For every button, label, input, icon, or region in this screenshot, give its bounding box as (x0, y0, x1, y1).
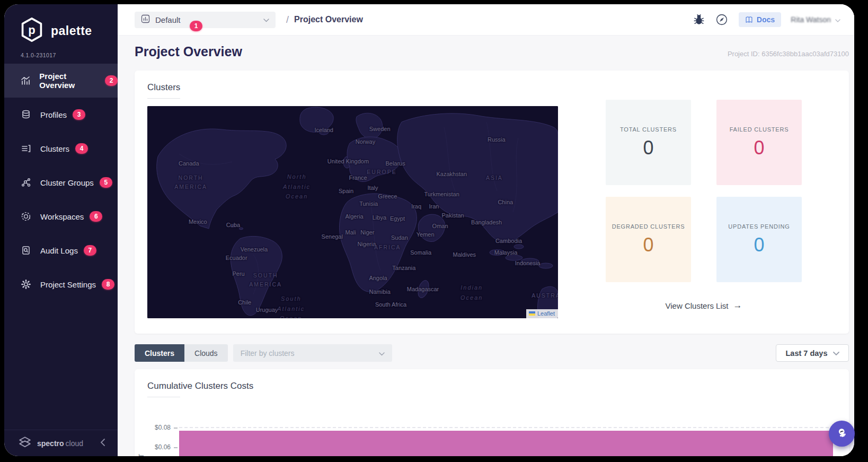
y-axis-title: COST (138, 454, 145, 456)
costs-card-title: Cumulative Clusters Costs (147, 381, 836, 391)
mini-chart-icon (141, 14, 150, 25)
tab-clusters[interactable]: Clusters (135, 344, 184, 362)
sidebar-item-audit-logs[interactable]: Audit Logs 7 (4, 233, 118, 267)
view-clusters-list-link[interactable]: View Clusters List → (666, 300, 742, 311)
chevron-down-icon (263, 15, 269, 24)
annotation-badge: 5 (100, 177, 112, 188)
annotation-badge: 2 (105, 75, 118, 86)
sidebar-item-project-overview[interactable]: Project Overview 2 (4, 64, 118, 98)
date-range-dropdown[interactable]: Last 7 days (776, 344, 849, 362)
clusters-card: Clusters (135, 71, 849, 334)
annotation-badge: 3 (73, 109, 85, 120)
leaflet-attribution[interactable]: Leaflet (526, 309, 558, 318)
stat-label: UPDATES PENDING (723, 223, 795, 230)
topbar-actions: Docs Rita Watson (683, 12, 854, 27)
page-content: Project Overview Project ID: 6356fc38bb1… (118, 36, 854, 456)
chevron-down-icon (379, 349, 385, 358)
stat-card: DEGRADED CLUSTERS 0 (606, 197, 691, 282)
sidebar-item-label: Cluster Groups (40, 178, 94, 187)
tab-clouds[interactable]: Clouds (184, 344, 228, 362)
logo-row: p palette (4, 4, 118, 45)
compass-icon[interactable] (715, 13, 728, 26)
sidebar-item-label: Clusters (40, 144, 69, 153)
stat-card: TOTAL CLUSTERS 0 (606, 100, 691, 185)
docs-button[interactable]: Docs (739, 12, 781, 27)
svg-text:p: p (28, 23, 35, 37)
palette-logo-icon: p (20, 17, 43, 45)
tab-label: Clouds (194, 349, 218, 358)
spectro-cloud-logo-icon (18, 435, 32, 451)
server-list-icon (20, 143, 32, 154)
sidebar-item-label: Project Settings (40, 280, 96, 289)
costs-card: Cumulative Clusters Costs $0.08 $0.06 CO… (135, 369, 849, 456)
project-id: Project ID: 6356fc38bb1aac03afd73100 (728, 50, 849, 58)
app-name: palette (51, 24, 92, 38)
network-nodes-icon (20, 177, 32, 188)
tick-mark (174, 428, 178, 429)
tab-label: Clusters (145, 349, 174, 358)
tick-mark (174, 447, 178, 448)
date-range-value: Last 7 days (786, 349, 828, 358)
book-icon (745, 16, 753, 24)
world-map[interactable]: IcelandSwedenNorwayRussiaCanadaUnited Ki… (147, 106, 558, 318)
breadcrumb-separator: / (286, 14, 289, 25)
main-area: Default 1 / Project Overview (118, 4, 854, 456)
ukraine-flag-icon (529, 311, 535, 316)
stat-card: UPDATES PENDING 0 (716, 197, 802, 282)
sidebar-item-project-settings[interactable]: Project Settings 8 (4, 267, 118, 301)
chevron-down-icon (833, 349, 839, 358)
sidebar: p palette 4.1.0-231017 Project Overview … (4, 4, 118, 456)
breadcrumb: / Project Overview (286, 14, 363, 25)
app-version: 4.1.0-231017 (4, 45, 118, 58)
sidebar-item-workspaces[interactable]: Workspaces 6 (4, 199, 118, 233)
stat-label: FAILED CLUSTERS (724, 126, 794, 133)
project-selector-dropdown[interactable]: Default 1 (135, 12, 276, 28)
stat-card: FAILED CLUSTERS 0 (716, 100, 802, 185)
filter-by-clusters-dropdown[interactable]: Filter by clusters (233, 344, 392, 362)
y-axis-tick: $0.06 (147, 443, 171, 451)
app-window: p palette 4.1.0-231017 Project Overview … (4, 4, 854, 456)
breadcrumb-current: Project Overview (294, 15, 363, 24)
layers-icon (20, 109, 32, 120)
sidebar-item-label: Profiles (40, 110, 67, 119)
cluster-stats: TOTAL CLUSTERS 0 FAILED CLUSTERS 0 DEGRA… (606, 102, 802, 318)
sidebar-item-label: Workspaces (40, 212, 84, 221)
chevron-down-icon[interactable] (835, 15, 840, 24)
sidebar-item-label: Project Overview (39, 72, 99, 90)
annotation-badge: 1 (190, 21, 202, 31)
title-underline (147, 397, 180, 397)
stat-value: 0 (643, 234, 653, 256)
assistant-fab[interactable] (829, 421, 855, 447)
filter-placeholder: Filter by clusters (241, 349, 295, 358)
gear-icon (20, 278, 32, 290)
annotation-badge: 8 (102, 279, 114, 290)
sidebar-nav: Project Overview 2 Profiles 3 (4, 64, 118, 301)
project-selector-value: Default (155, 15, 181, 24)
page-title: Project Overview (135, 44, 242, 59)
brand-name: spectrocloud (37, 439, 83, 448)
cost-area-series (179, 431, 833, 456)
chevron-left-icon[interactable] (100, 438, 106, 449)
stat-value: 0 (754, 234, 764, 256)
annotation-badge: 6 (90, 211, 102, 222)
annotation-badge: 4 (75, 143, 88, 154)
annotation-badge: 7 (84, 245, 96, 256)
sidebar-item-cluster-groups[interactable]: Cluster Groups 5 (4, 165, 118, 199)
sidebar-item-profiles[interactable]: Profiles 3 (4, 98, 118, 132)
user-menu[interactable]: Rita Watson (791, 15, 831, 24)
stat-label: DEGRADED CLUSTERS (607, 223, 690, 230)
arrow-right-icon: → (733, 300, 742, 311)
page-head: Project Overview Project ID: 6356fc38bb1… (135, 44, 849, 63)
topbar: Default 1 / Project Overview (118, 4, 854, 36)
stat-value: 0 (643, 137, 653, 159)
docs-label: Docs (757, 15, 775, 24)
view-clusters-list-label: View Clusters List (666, 301, 729, 310)
stat-label: TOTAL CLUSTERS (615, 126, 682, 133)
sidebar-item-clusters[interactable]: Clusters 4 (4, 132, 118, 165)
filter-bar: Clusters Clouds Filter by clusters Last … (135, 344, 849, 362)
gridline (179, 427, 845, 428)
bar-chart-icon (20, 75, 31, 86)
y-axis-tick: $0.08 (147, 424, 171, 431)
bug-icon[interactable] (693, 14, 705, 25)
orbit-icon (20, 211, 32, 222)
